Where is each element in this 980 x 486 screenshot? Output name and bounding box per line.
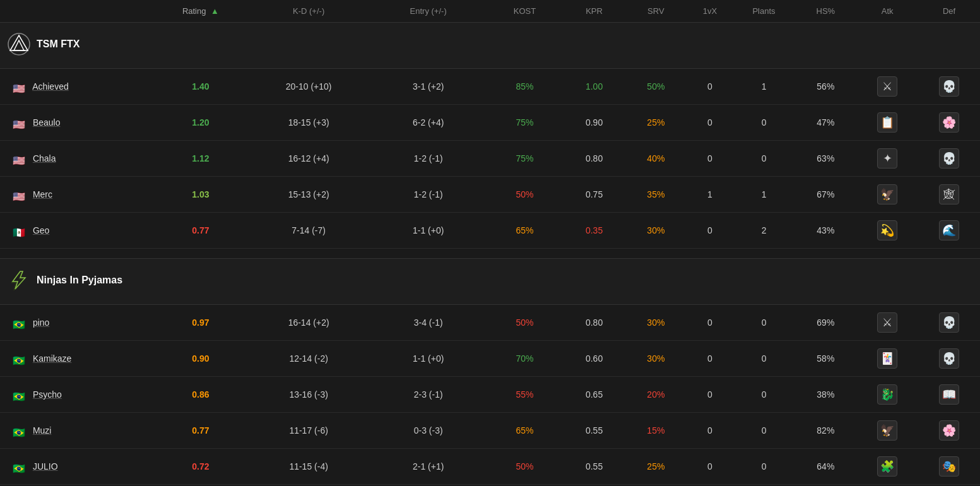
player-def-agent: 📖 (918, 377, 980, 413)
player-plants: 0 (733, 141, 795, 177)
col-1vx: 1vX (687, 0, 733, 23)
player-atk-agent: 🦅 (856, 413, 918, 449)
table-row: 🇧🇷 Kamikaze 0.90 12-14 (-2) 1-1 (+0) 70%… (0, 341, 980, 377)
player-1vx: 0 (687, 213, 733, 249)
player-hs: 64% (794, 449, 856, 485)
agent-icon: 🐉 (877, 384, 897, 405)
agent-icon: ⚔ (877, 312, 897, 333)
player-kost: 85% (486, 69, 563, 105)
player-flag: 🇺🇸 (13, 83, 25, 92)
player-rating: 0.72 (155, 449, 247, 485)
agent-icon: 🎭 (939, 456, 959, 477)
player-rating: 0.97 (155, 305, 247, 341)
col-rating: Rating ▲ (155, 0, 247, 23)
player-atk-agent: ⚔ (856, 69, 918, 105)
player-kost: 75% (486, 141, 563, 177)
player-name-cell: 🇧🇷 Kamikaze (0, 341, 155, 377)
player-name[interactable]: Geo (33, 225, 49, 235)
agent-icon: 📋 (877, 112, 897, 133)
player-entry: 1-2 (-1) (370, 141, 486, 177)
player-kost: 50% (486, 177, 563, 213)
player-kpr: 0.35 (564, 213, 625, 249)
player-entry: 3-4 (-1) (370, 305, 486, 341)
player-kd: 20-10 (+10) (247, 69, 370, 105)
player-srv: 40% (625, 141, 687, 177)
col-kd: K-D (+/-) (247, 0, 370, 23)
player-kpr: 0.90 (564, 105, 625, 141)
agent-icon: 🌸 (939, 112, 959, 133)
player-srv: 35% (625, 177, 687, 213)
player-flag: 🇧🇷 (13, 391, 25, 400)
column-headers: Rating ▲ K-D (+/-) Entry (+/-) KOST KPR … (0, 0, 980, 23)
player-name[interactable]: JULIO (33, 461, 58, 471)
player-1vx: 0 (687, 449, 733, 485)
team-header-tsm: TSM FTX (0, 23, 980, 69)
player-kpr: 0.55 (564, 413, 625, 449)
player-rating: 1.40 (155, 69, 247, 105)
player-1vx: 0 (687, 305, 733, 341)
player-kpr: 0.55 (564, 449, 625, 485)
player-flag: 🇧🇷 (13, 319, 25, 328)
player-1vx: 0 (687, 69, 733, 105)
player-entry: 6-2 (+4) (370, 105, 486, 141)
table-row: 🇲🇽 Geo 0.77 7-14 (-7) 1-1 (+0) 65% 0.35 … (0, 213, 980, 249)
rating-sort-icon[interactable]: ▲ (211, 6, 219, 16)
player-rating: 0.77 (155, 413, 247, 449)
player-kost: 50% (486, 305, 563, 341)
player-def-agent: 🕸 (918, 177, 980, 213)
player-kost: 50% (486, 449, 563, 485)
player-name[interactable]: pino (33, 317, 49, 328)
player-entry: 2-1 (+1) (370, 449, 486, 485)
player-atk-agent: 🃏 (856, 341, 918, 377)
player-flag: 🇺🇸 (13, 191, 25, 199)
team-name: TSM FTX (37, 39, 80, 50)
player-kost: 70% (486, 341, 563, 377)
player-hs: 63% (794, 141, 856, 177)
player-kost: 65% (486, 213, 563, 249)
player-kpr: 0.75 (564, 177, 625, 213)
player-name[interactable]: Beaulo (33, 117, 61, 127)
player-name[interactable]: Achieved (32, 81, 69, 92)
agent-icon: 💀 (939, 312, 959, 333)
tsm-logo-icon (8, 33, 30, 56)
player-name-cell: 🇺🇸 Achieved (0, 69, 155, 105)
player-def-agent: 💀 (918, 341, 980, 377)
player-entry: 1-2 (-1) (370, 177, 486, 213)
player-name[interactable]: Muzi (33, 425, 52, 436)
player-flag: 🇺🇸 (13, 155, 25, 163)
player-1vx: 0 (687, 413, 733, 449)
player-hs: 47% (794, 105, 856, 141)
player-srv: 25% (625, 449, 687, 485)
player-entry: 2-3 (-1) (370, 377, 486, 413)
player-name-cell: 🇧🇷 Muzi (0, 413, 155, 449)
agent-icon: ⚔ (877, 76, 897, 97)
player-name-cell: 🇺🇸 Merc (0, 177, 155, 213)
col-name (0, 0, 155, 23)
player-srv: 20% (625, 377, 687, 413)
player-name-cell: 🇺🇸 Beaulo (0, 105, 155, 141)
agent-icon: 📖 (939, 384, 959, 405)
player-name-cell: 🇧🇷 JULIO (0, 449, 155, 485)
table-row: 🇺🇸 Merc 1.03 15-13 (+2) 1-2 (-1) 50% 0.7… (0, 177, 980, 213)
player-name[interactable]: Kamikaze (33, 353, 71, 364)
player-hs: 38% (794, 377, 856, 413)
agent-icon: 🌸 (939, 420, 959, 441)
player-name[interactable]: Merc (33, 189, 52, 199)
agent-icon: 💀 (939, 148, 959, 169)
col-kost: KOST (486, 0, 563, 23)
nip-logo-icon (8, 269, 30, 292)
col-kpr: KPR (564, 0, 625, 23)
player-hs: 58% (794, 341, 856, 377)
player-plants: 0 (733, 341, 795, 377)
svg-point-0 (8, 33, 30, 55)
player-kd: 16-14 (+2) (247, 305, 370, 341)
player-kpr: 1.00 (564, 69, 625, 105)
player-hs: 43% (794, 213, 856, 249)
player-flag: 🇧🇷 (13, 427, 25, 436)
player-kost: 55% (486, 377, 563, 413)
player-name[interactable]: Chala (33, 153, 56, 163)
player-name[interactable]: Psycho (33, 389, 62, 400)
player-plants: 0 (733, 413, 795, 449)
player-1vx: 0 (687, 141, 733, 177)
player-kpr: 0.80 (564, 141, 625, 177)
